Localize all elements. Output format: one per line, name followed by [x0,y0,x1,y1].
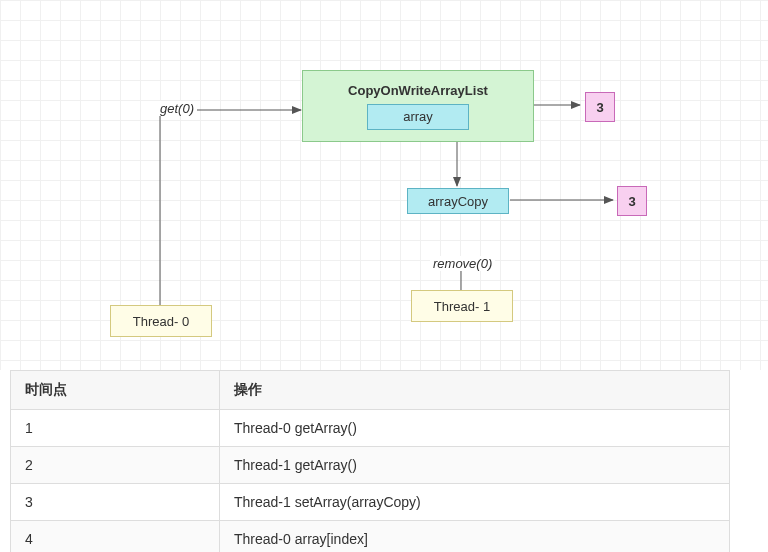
table-row: 4Thread-0 array[index] [11,521,730,553]
table-cell: 4 [11,521,220,553]
remove-label: remove(0) [430,256,495,271]
thread-0-label: Thread- 0 [133,314,189,329]
timeline-table: 时间点 操作 1Thread-0 getArray()2Thread-1 get… [10,370,730,552]
arraycopy-box: arrayCopy [407,188,509,214]
th-op: 操作 [220,371,730,410]
thread-0-box: Thread- 0 [110,305,212,337]
table-cell: Thread-1 setArray(arrayCopy) [220,484,730,521]
table-row: 3Thread-1 setArray(arrayCopy) [11,484,730,521]
table-cell: Thread-1 getArray() [220,447,730,484]
cell: 3 [617,186,647,216]
cell: 3 [585,92,615,122]
arraycopy-label: arrayCopy [428,194,488,209]
cowlist-box: CopyOnWriteArrayList array [302,70,534,142]
thread-1-box: Thread- 1 [411,290,513,322]
thread-1-label: Thread- 1 [434,299,490,314]
array-label: array [403,109,433,124]
table-cell: 3 [11,484,220,521]
diagram-canvas: Thread- 0 Thread- 1 CopyOnWriteArrayList… [0,0,768,370]
table-row: 1Thread-0 getArray() [11,410,730,447]
table-cell: 1 [11,410,220,447]
array-box: array [367,104,469,130]
cowlist-title: CopyOnWriteArrayList [348,83,488,98]
table-cell: Thread-0 array[index] [220,521,730,553]
table-cell: 2 [11,447,220,484]
th-time: 时间点 [11,371,220,410]
get-label: get(0) [157,101,197,116]
table-row: 2Thread-1 getArray() [11,447,730,484]
table-cell: Thread-0 getArray() [220,410,730,447]
